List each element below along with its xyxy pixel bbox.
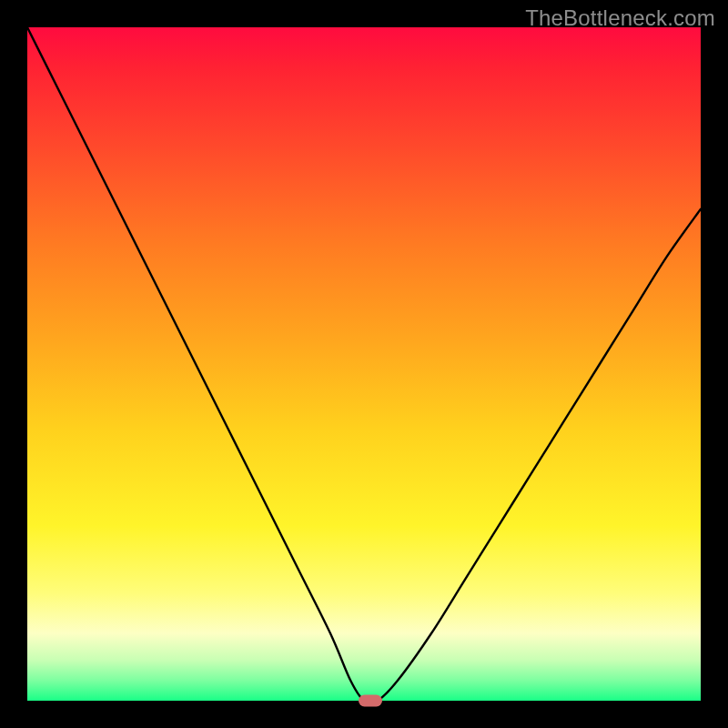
bottleneck-curve [27, 27, 701, 701]
optimal-marker [359, 695, 382, 707]
plot-area [27, 27, 701, 701]
curve-svg [27, 27, 701, 701]
chart-frame: TheBottleneck.com [0, 0, 728, 728]
